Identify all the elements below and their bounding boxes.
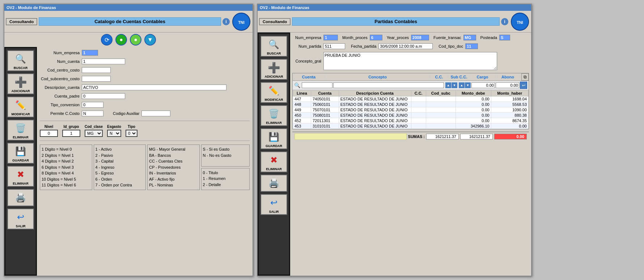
sidebar-buscar[interactable]: 🔍 BUSCAR xyxy=(7,50,34,71)
row-num-cuenta: Num_cuenta xyxy=(40,59,250,64)
fecha-partida-input[interactable] xyxy=(378,43,433,49)
table-row[interactable]: 44875060101ESTADO DE RESULTADO DE JUNIO0… xyxy=(293,102,529,107)
cc-down-btn[interactable]: ▼ xyxy=(452,82,457,88)
logo: TNI xyxy=(231,12,251,31)
consultando-btn[interactable]: Consultando xyxy=(6,18,37,25)
sidebar-eliminar1[interactable]: 🗑️ ELIMINAR xyxy=(7,120,34,141)
sidebar2-imprimir[interactable]: 🖨️ xyxy=(260,175,287,192)
copy-icon[interactable]: ⧉ xyxy=(521,73,529,81)
grid-cargo-input[interactable] xyxy=(471,82,495,88)
th-descripcion: Descripcion Cuenta xyxy=(339,90,411,96)
posteada-label: Posteada xyxy=(480,35,497,40)
month-input[interactable] xyxy=(370,35,382,40)
sidebar1: 🔍 BUSCAR ➕ ADICIONAR ✏️ MODIFICAR 🗑️ ELI… xyxy=(4,47,37,276)
sidebar2-guardar[interactable]: 💾 GUARDAR xyxy=(260,128,287,149)
subcc-down-btn[interactable]: ▼ xyxy=(465,82,471,88)
sumas-abono: 1621211.37 xyxy=(460,134,493,139)
cuenta-padre-input[interactable] xyxy=(82,93,125,99)
help-col4: S - Si es Gasto N - No es Gasto xyxy=(201,145,250,167)
row-num-empresa: Num_empresa xyxy=(40,50,250,56)
undo-btn[interactable]: ↩ xyxy=(520,82,527,89)
table-row[interactable]: 44774050101ESTADO DE RESULTADO DE JUNIO0… xyxy=(293,96,529,102)
num-empresa2-input[interactable] xyxy=(323,35,338,40)
grid-abono-input[interactable] xyxy=(496,82,519,88)
permite-label: Permite C.Costo xyxy=(40,111,80,116)
cod-subcentro-input[interactable] xyxy=(82,76,111,82)
id-grupo-input[interactable] xyxy=(62,130,80,137)
window2-body: 🔍 BUSCAR ➕ ADICIONAR ✏️ MODIFICAR 🗑️ ELI… xyxy=(258,33,531,276)
num-partida-input[interactable] xyxy=(323,43,345,49)
row-descripcion: Descripcion_cuenta xyxy=(40,85,250,90)
toolbar-btn2[interactable]: ● xyxy=(115,34,127,46)
data-table-scroll[interactable]: Linea Cuenta Descripcion Cuenta C.C. Cod… xyxy=(293,90,529,129)
fuente-input[interactable] xyxy=(463,35,476,40)
esgasto-select[interactable]: N S xyxy=(107,130,121,137)
fecha-partida-label: Fecha_partida xyxy=(351,44,376,48)
table-row[interactable]: 45272011301ESTADO DE RESULTADO DE JUNIO0… xyxy=(293,118,529,124)
sidebar2-buscar[interactable]: 🔍 BUSCAR xyxy=(260,36,287,57)
tipo-select[interactable]: 0 1 2 xyxy=(126,130,137,137)
sumas-label: SUMAS : xyxy=(408,134,425,139)
sidebar-eliminar2[interactable]: ✖ ELIMINAR xyxy=(7,166,34,187)
header-row2: Num_partida Fecha_partida Cod_tipo_doc xyxy=(292,43,529,49)
grid-hdr-abono: Abono xyxy=(495,74,521,79)
codigo-aux-input[interactable] xyxy=(141,111,170,116)
grid-input-row: 🔍 ▲ ▼ ▲ ▼ ↩ xyxy=(293,81,529,90)
cc-up-btn[interactable]: ▲ xyxy=(445,82,451,88)
sidebar2-adicionar[interactable]: ➕ ADICIONAR xyxy=(260,59,287,80)
window2-consultando-btn[interactable]: Consultando xyxy=(259,18,291,25)
sidebar-guardar[interactable]: 💾 GUARDAR xyxy=(7,143,34,164)
id-grupo-label: Id_grupo xyxy=(62,125,80,129)
grid-hdr-cc: C.C. xyxy=(430,74,448,79)
divider2 xyxy=(40,141,250,141)
concepto-gral-input[interactable]: PRUEBA DE JUNIO xyxy=(323,52,497,70)
sidebar-modificar[interactable]: ✏️ MODIFICAR xyxy=(7,96,34,117)
num-cuenta-input[interactable] xyxy=(82,59,125,64)
esgasto-label: Esgasto xyxy=(107,125,121,129)
info-icon[interactable]: i xyxy=(223,18,230,25)
grid-hdr-concepto: Concepto xyxy=(325,74,430,79)
row-cod-subcentro: Cod_subcentro_costo xyxy=(40,76,250,82)
sidebar-imprimir[interactable]: 🖨️ xyxy=(7,189,34,206)
svg-text:TNI: TNI xyxy=(238,20,245,25)
cod-tipo-doc-input[interactable] xyxy=(465,43,478,49)
toolbar-btn3[interactable]: ● xyxy=(130,34,141,46)
cod-tipo-doc-label: Cod_tipo_doc xyxy=(438,44,463,48)
sumas-empty xyxy=(295,133,407,140)
sidebar2-eliminar1[interactable]: 🗑️ ELIMINAR xyxy=(260,105,287,126)
sidebar-adicionar[interactable]: ➕ ADICIONAR xyxy=(7,73,34,94)
subcc-arrows: ▲ ▼ xyxy=(459,82,471,88)
num-empresa-input[interactable] xyxy=(82,50,98,56)
cod-clase-group: Cod_clase MG BA CC xyxy=(85,125,103,137)
toolbar-btn1[interactable]: ⟳ xyxy=(101,34,113,46)
window2-info-icon[interactable]: i xyxy=(501,18,508,25)
toolbar-btn4[interactable]: ▼ xyxy=(144,34,156,46)
year-input[interactable] xyxy=(411,35,429,40)
sidebar2: 🔍 BUSCAR ➕ ADICIONAR ✏️ MODIFICAR 🗑️ ELI… xyxy=(258,33,290,276)
descripcion-input[interactable] xyxy=(82,85,226,90)
window1-titlebar: OV2 - Modulo de Finanzas xyxy=(4,4,253,11)
grid-concepto-input[interactable] xyxy=(333,82,444,88)
sidebar2-salir[interactable]: ↩ SALIR xyxy=(260,194,287,215)
sidebar-salir[interactable]: ↩ SALIR xyxy=(7,208,34,229)
tipo-conv-input[interactable] xyxy=(82,102,103,108)
cod-centro-input[interactable] xyxy=(82,67,111,73)
grid-cuenta-input[interactable] xyxy=(302,82,332,88)
help-col1: 1 Digito = Nivel 0 2 Digitos = Nivel 1 4… xyxy=(40,145,92,190)
sidebar2-eliminar2[interactable]: ✖ ELIMINAR xyxy=(260,151,287,172)
permite-input[interactable] xyxy=(82,111,103,116)
data-table: Linea Cuenta Descripcion Cuenta C.C. Cod… xyxy=(293,90,529,129)
table-row[interactable]: 45331010101ESTADO DE RESULTADO DE JUNIO3… xyxy=(293,124,529,129)
svg-text:TNI: TNI xyxy=(517,20,523,25)
posteada-input[interactable] xyxy=(499,35,510,40)
table-row[interactable]: 44975070101ESTADO DE RESULTADO DE JUNIO0… xyxy=(293,107,529,113)
id-grupo-group: Id_grupo xyxy=(62,125,80,137)
sumas-diff: 0.00 xyxy=(494,134,527,139)
table-row[interactable]: 45075080101ESTADO DE RESULTADO DE JUNIO0… xyxy=(293,113,529,118)
tipo-group: Tipo 0 1 2 xyxy=(126,125,137,137)
cod-clase-select[interactable]: MG BA CC xyxy=(85,130,103,137)
help-cols-45: S - Si es Gasto N - No es Gasto 0 - Titu… xyxy=(201,145,250,190)
subcc-up-btn[interactable]: ▲ xyxy=(459,82,465,88)
sidebar2-modificar[interactable]: ✏️ MODIFICAR xyxy=(260,82,287,103)
nivel-input[interactable] xyxy=(40,130,58,137)
